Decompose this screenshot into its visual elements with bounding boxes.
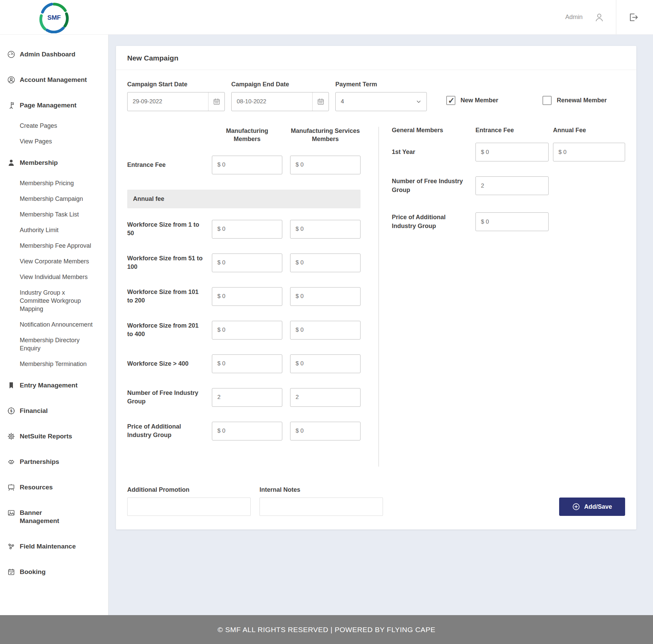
sidebar-item-entry-management[interactable]: Entry Management [0, 377, 108, 394]
mfs-fee-input[interactable] [290, 354, 361, 373]
internal-notes-label: Internal Notes [259, 486, 383, 493]
smf-logo-icon: SMF [38, 1, 70, 33]
general-annual-fee-input[interactable] [553, 143, 625, 161]
new-member-checkbox-group[interactable]: New Member [446, 96, 498, 105]
general-additional-industry-group-input[interactable] [475, 212, 549, 231]
smf-logo[interactable]: SMF [38, 1, 70, 33]
general-row-first-year: 1st Year [392, 143, 625, 161]
column-header-entrance-fee: Entrance Fee [475, 127, 549, 134]
sidebar-item-membership[interactable]: Membership [0, 155, 108, 171]
general-row-free-industry-group: Number of Free Industry Group [392, 176, 625, 195]
fee-row-label: Workforce Size from 101 to 200 [127, 288, 204, 305]
financial-icon: $ [7, 407, 16, 415]
add-save-button[interactable]: Add/Save [559, 498, 625, 516]
mfs-fee-input[interactable] [290, 220, 361, 239]
mfs-fee-input[interactable] [290, 321, 361, 340]
sidebar-item-financial[interactable]: $ Financial [0, 403, 108, 419]
sidebar-item-label: Banner Management [20, 509, 61, 525]
molecule-icon [7, 542, 16, 551]
mfs-fee-input[interactable] [290, 254, 361, 272]
main-area: New Campaign Campaign Start Date [108, 35, 653, 615]
mfs-fee-input[interactable] [290, 422, 361, 440]
sidebar-item-membership-directory-enquiry[interactable]: Membership Directory Enquiry [0, 332, 108, 356]
mfg-fee-input[interactable] [212, 321, 282, 340]
start-date-input[interactable] [128, 98, 208, 105]
additional-promotion-input[interactable] [127, 498, 251, 516]
sidebar-item-page-management[interactable]: Page Management [0, 97, 108, 114]
sidebar-item-view-individual-members[interactable]: View Individual Members [0, 269, 108, 285]
sidebar-item-membership-task-list[interactable]: Membership Task List [0, 207, 108, 222]
payment-term-select[interactable]: 4 [335, 92, 427, 111]
page: SMF Admin [0, 0, 653, 644]
internal-notes-input[interactable] [259, 498, 383, 516]
column-header-manufacturing-services-members: Manufacturing Services Members [290, 127, 361, 143]
sidebar-item-view-corporate-members[interactable]: View Corporate Members [0, 254, 108, 269]
fee-row-label: Workforce Size from 51 to 100 [127, 254, 204, 271]
sidebar-item-label: Resources [20, 483, 53, 491]
mfg-fee-input[interactable] [212, 354, 282, 373]
fee-row-free-industry-group: Number of Free Industry Group [127, 388, 361, 407]
fee-row-workforce-1-50: Workforce Size from 1 to 50 [127, 220, 361, 239]
sidebar-item-booking[interactable]: Booking [0, 564, 108, 580]
renewal-member-checkbox[interactable] [542, 96, 552, 105]
free-industry-group-label: Number of Free Industry Group [392, 177, 471, 194]
bottom-row: Additional Promotion Internal Notes [127, 486, 630, 516]
sidebar-item-partnerships[interactable]: Partnerships [0, 454, 108, 470]
sidebar-item-label: Entry Management [20, 381, 78, 389]
sidebar-item-notification-announcement[interactable]: Notification Announcement [0, 317, 108, 332]
end-date-calendar-icon[interactable] [312, 92, 329, 111]
topbar-right: Admin [565, 0, 639, 34]
sidebar-item-create-pages[interactable]: Create Pages [0, 118, 108, 134]
sidebar-item-resources[interactable]: Resources [0, 479, 108, 495]
sidebar-item-industry-group-mapping[interactable]: Industry Group x Committee Workgroup Map… [0, 285, 108, 317]
mfg-fee-input[interactable] [212, 422, 282, 440]
topbar-divider [616, 0, 616, 34]
sidebar-item-banner-management[interactable]: Banner Management [0, 505, 108, 529]
card-title-row: New Campaign [116, 46, 636, 70]
sidebar-item-membership-termination[interactable]: Membership Termination [0, 356, 108, 372]
gear-icon [7, 432, 16, 440]
general-free-industry-group-input[interactable] [475, 176, 549, 195]
add-save-label: Add/Save [584, 503, 612, 510]
sidebar-item-label: Admin Dashboard [20, 50, 76, 58]
sidebar-item-view-pages[interactable]: View Pages [0, 134, 108, 149]
mfs-fee-input[interactable] [290, 287, 361, 306]
mfg-fee-input[interactable] [212, 287, 282, 306]
mfg-fee-input[interactable] [212, 254, 282, 272]
sidebar-item-field-maintenance[interactable]: Field Maintenance [0, 538, 108, 555]
calendar-check-icon [7, 568, 16, 576]
general-entrance-fee-input[interactable] [475, 143, 549, 161]
image-icon [7, 509, 16, 517]
mfg-fee-input[interactable] [212, 220, 282, 239]
mfg-entrance-fee-input[interactable] [212, 156, 282, 174]
sidebar-item-membership-campaign[interactable]: Membership Campaign [0, 191, 108, 207]
general-members-table: General Members Entrance Fee Annual Fee … [379, 127, 625, 467]
sidebar-item-label: Page Management [20, 101, 77, 109]
end-date-input[interactable] [232, 98, 312, 105]
sidebar-item-netsuite-reports[interactable]: NetSuite Reports [0, 428, 108, 445]
sidebar-item-membership-fee-approval[interactable]: Membership Fee Approval [0, 238, 108, 254]
renewal-member-label: Renewal Member [557, 97, 607, 104]
logout-icon[interactable] [628, 12, 639, 23]
sidebar-item-authority-limit[interactable]: Authority Limit [0, 222, 108, 238]
end-date-label: Campaign End Date [231, 81, 329, 88]
admin-label: Admin [565, 14, 583, 21]
additional-industry-group-label: Price of Additional Industry Group [392, 213, 471, 230]
sidebar-item-membership-pricing[interactable]: Membership Pricing [0, 175, 108, 191]
sidebar-item-label: Booking [20, 568, 46, 576]
entrance-fee-label: Entrance Fee [127, 161, 204, 169]
annual-fee-section-header: Annual fee [127, 190, 361, 208]
sidebar-item-admin-dashboard[interactable]: Admin Dashboard [0, 46, 108, 63]
sidebar-item-account-management[interactable]: Account Management [0, 72, 108, 88]
payment-term-value: 4 [341, 98, 344, 105]
mfg-fee-input[interactable] [212, 388, 282, 407]
sidebar-item-label: Partnerships [20, 458, 59, 466]
new-member-checkbox[interactable] [446, 96, 455, 105]
plus-circle-icon [572, 503, 580, 511]
user-icon[interactable] [594, 12, 604, 22]
start-date-calendar-icon[interactable] [208, 92, 224, 111]
renewal-member-checkbox-group[interactable]: Renewal Member [542, 96, 607, 105]
mfs-entrance-fee-input[interactable] [290, 156, 361, 174]
easel-icon [7, 483, 16, 491]
mfs-fee-input[interactable] [290, 388, 361, 407]
